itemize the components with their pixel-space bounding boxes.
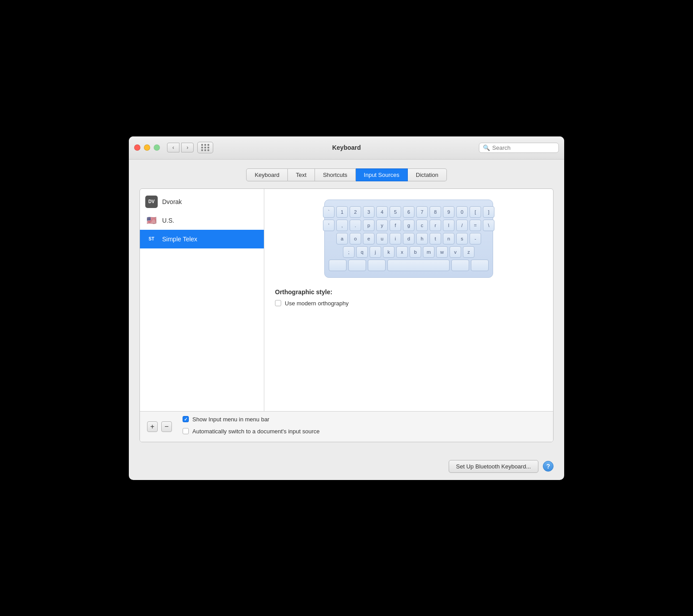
titlebar: ‹ › Keyboard 🔍 (129, 136, 564, 160)
tabs: Keyboard Text Shortcuts Input Sources Di… (139, 168, 554, 181)
auto-switch-row: Automatically switch to a document's inp… (183, 428, 319, 435)
keyboard-row-1: ` 1 2 3 4 5 6 7 8 9 0 [ ] (331, 206, 486, 218)
key-g[interactable]: g (403, 220, 414, 231)
tab-shortcuts[interactable]: Shortcuts (315, 168, 356, 181)
key-i[interactable]: i (390, 233, 401, 244)
key-comma[interactable]: , (336, 220, 348, 231)
search-input[interactable] (492, 144, 555, 151)
key-semicolon[interactable]: ; (343, 246, 354, 258)
key-c[interactable]: c (416, 220, 428, 231)
key-ctrl[interactable] (348, 260, 366, 271)
search-icon: 🔍 (483, 144, 490, 151)
keyboard-row-3: a o e u i d h t n s - (331, 233, 486, 244)
key-6[interactable]: 6 (403, 206, 414, 218)
key-m[interactable]: m (423, 246, 434, 258)
tab-dictation[interactable]: Dictation (408, 168, 447, 181)
key-y[interactable]: y (376, 220, 388, 231)
content-area: Keyboard Text Shortcuts Input Sources Di… (129, 160, 564, 453)
key-a[interactable]: a (336, 233, 348, 244)
key-4[interactable]: 4 (376, 206, 388, 218)
key-cmd[interactable] (451, 260, 469, 271)
panel-inner: DV Dvorak 🇺🇸 U.S. ST Simple Telex (140, 189, 553, 411)
key-quote[interactable]: ' (323, 220, 335, 231)
show-input-menu-label: Show Input menu in menu bar (192, 416, 269, 423)
orthographic-title: Orthographic style: (275, 288, 542, 296)
close-button[interactable] (134, 144, 140, 151)
grid-icon (201, 144, 210, 151)
orthographic-section: Orthographic style: Use modern orthograp… (275, 288, 542, 307)
simple-telex-label: Simple Telex (162, 236, 197, 243)
key-t[interactable]: t (430, 233, 441, 244)
key-alt[interactable] (368, 260, 386, 271)
source-detail: ` 1 2 3 4 5 6 7 8 9 0 [ ] (264, 189, 553, 411)
key-lbracket[interactable]: [ (470, 206, 481, 218)
tab-text[interactable]: Text (288, 168, 315, 181)
key-z[interactable]: z (463, 246, 474, 258)
source-item-us[interactable]: 🇺🇸 U.S. (140, 211, 264, 230)
modern-orthography-checkbox[interactable] (275, 300, 281, 306)
key-n[interactable]: n (443, 233, 454, 244)
show-input-menu-row: Show Input menu in menu bar (183, 416, 319, 423)
bluetooth-keyboard-button[interactable]: Set Up Bluetooth Keyboard... (449, 460, 538, 473)
key-backtick[interactable]: ` (323, 206, 335, 218)
key-2[interactable]: 2 (350, 206, 361, 218)
key-7[interactable]: 7 (416, 206, 428, 218)
forward-button[interactable]: › (181, 143, 194, 152)
maximize-button[interactable] (154, 144, 160, 151)
dvorak-label: Dvorak (162, 198, 182, 205)
key-backslash[interactable]: \ (483, 220, 494, 231)
source-item-simple-telex[interactable]: ST Simple Telex (140, 230, 264, 248)
key-8[interactable]: 8 (430, 206, 441, 218)
help-button[interactable]: ? (543, 461, 554, 472)
key-right[interactable] (471, 260, 489, 271)
key-k[interactable]: k (383, 246, 394, 258)
main-window: ‹ › Keyboard 🔍 Keyboard Text Shortcuts I… (129, 136, 564, 480)
key-h[interactable]: h (416, 233, 428, 244)
key-o[interactable]: o (350, 233, 361, 244)
auto-switch-checkbox[interactable] (183, 428, 189, 434)
key-u[interactable]: u (376, 233, 388, 244)
key-9[interactable]: 9 (443, 206, 454, 218)
key-fn[interactable] (329, 260, 346, 271)
grid-button[interactable] (197, 142, 213, 153)
keyboard-visual: ` 1 2 3 4 5 6 7 8 9 0 [ ] (324, 200, 493, 278)
sources-list: DV Dvorak 🇺🇸 U.S. ST Simple Telex (140, 189, 264, 411)
key-s[interactable]: s (456, 233, 468, 244)
key-equals[interactable]: = (470, 220, 481, 231)
window-title: Keyboard (332, 144, 361, 151)
tab-input-sources[interactable]: Input Sources (356, 168, 408, 181)
key-space[interactable] (387, 260, 450, 271)
key-p[interactable]: p (363, 220, 374, 231)
key-rbracket[interactable]: ] (483, 206, 494, 218)
bottom-checkboxes: Show Input menu in menu bar Automaticall… (183, 416, 319, 437)
tab-keyboard[interactable]: Keyboard (246, 168, 288, 181)
back-button[interactable]: ‹ (167, 143, 179, 152)
key-q[interactable]: q (356, 246, 368, 258)
key-x[interactable]: x (396, 246, 408, 258)
source-item-dvorak[interactable]: DV Dvorak (140, 192, 264, 211)
key-w[interactable]: w (436, 246, 448, 258)
minimize-button[interactable] (144, 144, 150, 151)
modern-orthography-row: Use modern orthography (275, 300, 542, 307)
keyboard-row-5 (331, 260, 486, 271)
key-1[interactable]: 1 (336, 206, 348, 218)
key-5[interactable]: 5 (390, 206, 401, 218)
add-source-button[interactable]: + (147, 421, 158, 432)
key-0[interactable]: 0 (456, 206, 468, 218)
key-e[interactable]: e (363, 233, 374, 244)
key-d[interactable]: d (403, 233, 414, 244)
key-l[interactable]: l (443, 220, 454, 231)
key-f[interactable]: f (390, 220, 401, 231)
key-period[interactable]: . (350, 220, 361, 231)
key-dash[interactable]: - (470, 233, 481, 244)
key-v[interactable]: v (450, 246, 461, 258)
key-j[interactable]: j (370, 246, 381, 258)
search-box[interactable]: 🔍 (479, 143, 559, 153)
show-input-menu-checkbox[interactable] (183, 416, 189, 422)
us-label: U.S. (162, 217, 174, 224)
key-r[interactable]: r (430, 220, 441, 231)
key-slash[interactable]: / (456, 220, 468, 231)
key-3[interactable]: 3 (363, 206, 374, 218)
remove-source-button[interactable]: − (161, 421, 172, 432)
key-b[interactable]: b (410, 246, 421, 258)
